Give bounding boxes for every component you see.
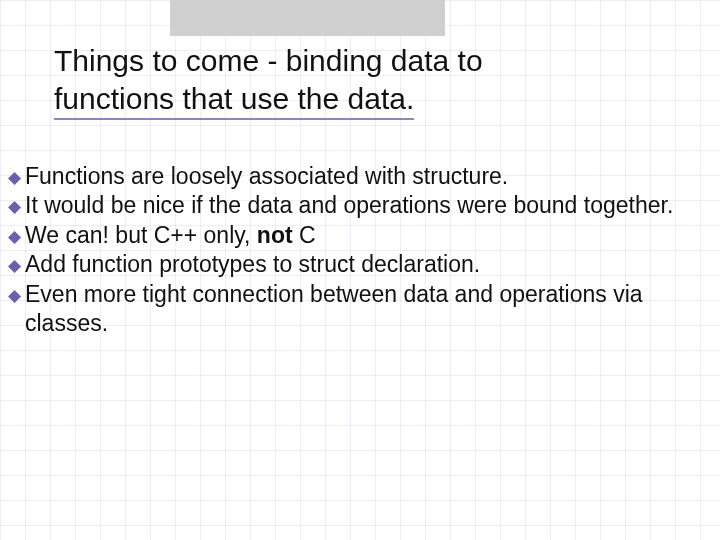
slide-body: ◆ Functions are loosely associated with … [8, 162, 700, 339]
bullet-text: Functions are loosely associated with st… [25, 162, 700, 191]
title-accent-bar [170, 0, 445, 36]
bullet-icon: ◆ [8, 250, 25, 274]
bullet-text: Even more tight connection between data … [25, 280, 700, 339]
bullet-icon: ◆ [8, 280, 25, 304]
bullet-text: It would be nice if the data and operati… [25, 191, 700, 220]
title-line-1: Things to come - binding data to [54, 44, 483, 77]
slide-title: Things to come - binding data to functio… [54, 42, 680, 120]
slide: Things to come - binding data to functio… [0, 0, 720, 540]
bullet-icon: ◆ [8, 191, 25, 215]
bullet-text: We can! but C++ only, not C [25, 221, 700, 250]
list-item: ◆ Add function prototypes to struct decl… [8, 250, 700, 279]
list-item: ◆ We can! but C++ only, not C [8, 221, 700, 250]
bullet-text: Add function prototypes to struct declar… [25, 250, 700, 279]
title-line-2: functions that use the data. [54, 80, 414, 121]
list-item: ◆ It would be nice if the data and opera… [8, 191, 700, 220]
list-item: ◆ Functions are loosely associated with … [8, 162, 700, 191]
list-item: ◆ Even more tight connection between dat… [8, 280, 700, 339]
bullet-icon: ◆ [8, 221, 25, 245]
bullet-icon: ◆ [8, 162, 25, 186]
